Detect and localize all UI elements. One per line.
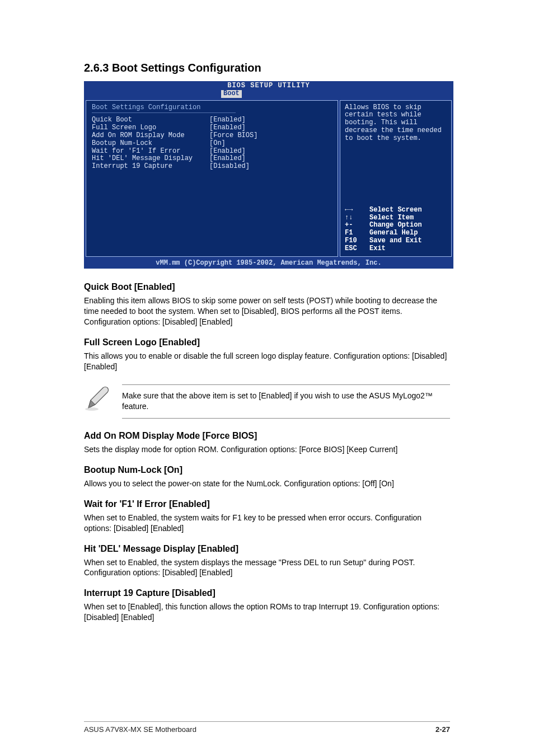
bios-header: BIOS SETUP UTILITY [84, 81, 453, 90]
bios-left-panel: Boot Settings Configuration Quick Boot [… [86, 100, 338, 257]
bios-item-value: [Disabled] [209, 163, 250, 171]
bios-item: Wait for 'F1' If Error [Enabled] [92, 148, 332, 156]
bios-nav-key: ↑↓ [345, 214, 369, 222]
bios-tab-row: Boot [84, 90, 453, 98]
bios-item-value: [On] [209, 140, 226, 148]
bios-item-value: [Enabled] [209, 155, 246, 163]
bios-nav-key: F10 [345, 237, 369, 245]
bios-nav-row: ↑↓Select Item [345, 214, 447, 222]
option-body: When set to [Enabled], this function all… [84, 602, 450, 623]
bios-item: Interrupt 19 Capture [Disabled] [92, 163, 332, 171]
option-block: Bootup Num-Lock [On] Allows you to selec… [84, 465, 450, 489]
option-body: When set to Enabled, the system displays… [84, 557, 450, 579]
option-block: Interrupt 19 Capture [Disabled] When set… [84, 588, 450, 623]
bios-screenshot: BIOS SETUP UTILITY Boot Boot Settings Co… [84, 81, 453, 269]
footer-page-number: 2-27 [435, 725, 450, 734]
bios-nav-row: +-Change Option [345, 222, 447, 229]
bios-nav-list: ←→Select Screen ↑↓Select Item +-Change O… [345, 206, 447, 253]
bios-nav-row: ←→Select Screen [345, 206, 447, 214]
bios-nav-key: +- [345, 222, 369, 229]
bios-tab-boot: Boot [221, 90, 242, 98]
option-heading: Add On ROM Display Mode [Force BIOS] [84, 431, 450, 441]
option-body: When set to Enabled, the system waits fo… [84, 513, 450, 534]
bios-item-label: Hit 'DEL' Message Display [92, 155, 209, 163]
option-block: Hit 'DEL' Message Display [Enabled] When… [84, 544, 450, 579]
option-heading: Wait for 'F1' If Error [Enabled] [84, 499, 450, 509]
option-block: Add On ROM Display Mode [Force BIOS] Set… [84, 431, 450, 455]
bios-item-value: [Enabled] [209, 148, 246, 156]
option-heading: Quick Boot [Enabled] [84, 282, 450, 292]
bios-item-label: Wait for 'F1' If Error [92, 148, 209, 156]
option-block: Full Screen Logo [Enabled] This allows y… [84, 337, 450, 372]
option-body: Sets the display mode for option ROM. Co… [84, 444, 450, 455]
svg-point-0 [85, 407, 99, 411]
bios-nav-desc: Select Screen [369, 206, 422, 214]
note-text: Make sure that the above item is set to … [122, 384, 450, 419]
option-block: Quick Boot [Enabled] Enabling this item … [84, 282, 450, 327]
bios-nav-row: F10Save and Exit [345, 237, 447, 245]
option-heading: Interrupt 19 Capture [Disabled] [84, 588, 450, 598]
bios-panel-heading: Boot Settings Configuration [92, 104, 332, 112]
option-heading: Hit 'DEL' Message Display [Enabled] [84, 544, 450, 554]
bios-help-panel: Allows BIOS to skip certain tests while … [340, 100, 452, 257]
option-body: Allows you to select the power-on state … [84, 478, 450, 489]
bios-nav-key: ESC [345, 245, 369, 253]
option-heading: Full Screen Logo [Enabled] [84, 337, 450, 348]
section-title: 2.6.3 Boot Settings Configuration [84, 62, 450, 74]
bios-nav-row: ESCExit [345, 245, 447, 253]
footer-left: ASUS A7V8X-MX SE Motherboard [84, 725, 196, 734]
bios-nav-key: ←→ [345, 206, 369, 214]
bios-help-text: Allows BIOS to skip certain tests while … [345, 104, 447, 143]
bios-nav-row: F1General Help [345, 229, 447, 237]
bios-item-label: Quick Boot [92, 116, 209, 124]
bios-item-value: [Enabled] [209, 116, 246, 124]
bios-nav-desc: General Help [369, 229, 418, 237]
bios-item: Hit 'DEL' Message Display [Enabled] [92, 155, 332, 163]
bios-item: Add On ROM Display Mode [Force BIOS] [92, 132, 332, 140]
bios-nav-desc: Exit [369, 245, 386, 253]
bios-item: Bootup Num-Lock [On] [92, 140, 332, 148]
bios-item-label: Add On ROM Display Mode [92, 132, 209, 140]
bios-item-label: Bootup Num-Lock [92, 140, 209, 148]
bios-item-label: Full Screen Logo [92, 124, 209, 132]
page-footer: ASUS A7V8X-MX SE Motherboard 2-27 [84, 721, 450, 734]
option-body: Enabling this item allows BIOS to skip s… [84, 295, 450, 327]
bios-title: BIOS SETUP UTILITY [227, 82, 310, 90]
bios-item: Quick Boot [Enabled] [92, 116, 332, 124]
pencil-icon [84, 384, 112, 412]
option-heading: Bootup Num-Lock [On] [84, 465, 450, 475]
bios-nav-desc: Save and Exit [369, 237, 422, 245]
bios-item-value: [Enabled] [209, 124, 246, 132]
bios-footer: vMM.mm (C)Copyright 1985-2002, American … [84, 259, 453, 269]
bios-nav-key: F1 [345, 229, 369, 237]
bios-nav-desc: Change Option [369, 222, 422, 229]
option-body: This allows you to enable or disable the… [84, 351, 450, 372]
bios-nav-desc: Select Item [369, 214, 414, 222]
bios-separator [92, 112, 236, 113]
note: Make sure that the above item is set to … [84, 384, 450, 419]
bios-item-label: Interrupt 19 Capture [92, 163, 209, 171]
option-block: Wait for 'F1' If Error [Enabled] When se… [84, 499, 450, 534]
bios-item: Full Screen Logo [Enabled] [92, 124, 332, 132]
bios-item-value: [Force BIOS] [209, 132, 257, 140]
